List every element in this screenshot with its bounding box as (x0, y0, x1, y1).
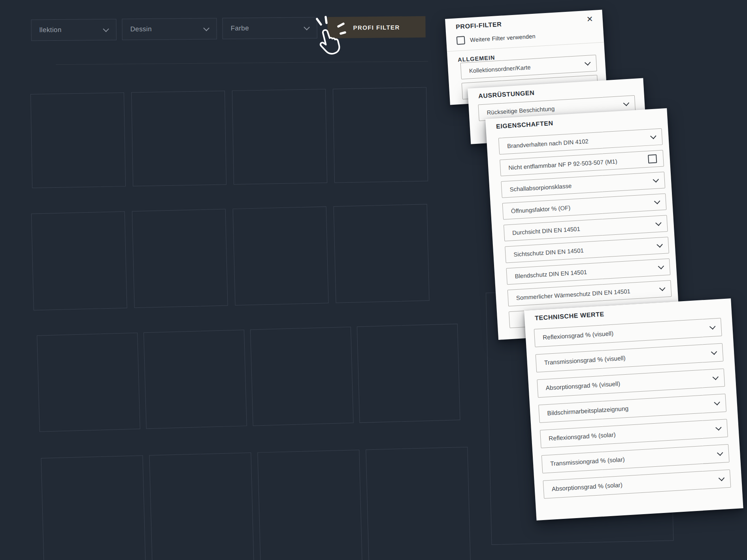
dropdown-label: Transmissionsgrad % (visuell) (544, 354, 626, 366)
chevron-down-icon (711, 349, 717, 355)
product-tile[interactable] (31, 211, 127, 311)
chevron-down-icon (714, 399, 720, 405)
chevron-down-icon (655, 220, 662, 226)
profi-filter-button-label: PROFI FILTER (353, 24, 400, 31)
chevron-down-icon (623, 100, 630, 106)
product-grid-row (30, 87, 435, 188)
product-tile[interactable] (132, 209, 228, 308)
filter-bar: llektion Dessin Farbe PROFI FILTER (31, 16, 425, 41)
dropdown-oeffnungsfaktor[interactable]: Öffnungsfaktor % (OF) (502, 193, 667, 219)
chevron-down-icon (203, 25, 209, 31)
product-tile[interactable] (131, 91, 226, 186)
product-tile[interactable] (357, 324, 460, 423)
chevron-down-icon (656, 241, 663, 248)
chevron-down-icon (658, 263, 664, 270)
divider (56, 61, 428, 65)
filter-dropdown-kollektion[interactable]: llektion (31, 19, 116, 41)
chevron-down-icon (654, 198, 660, 204)
chevron-down-icon (659, 285, 666, 291)
chevron-down-icon (653, 176, 659, 183)
panel-title: EIGENSCHAFTEN (496, 120, 554, 130)
filter-dropdown-dessin[interactable]: Dessin (122, 18, 217, 40)
dropdown-sommerlicher-waermeschutz[interactable]: Sommerlicher Wärmeschutz DIN EN 14501 (507, 280, 672, 306)
checkbox-nicht-entflammbar[interactable]: Nicht entflammbar NF P 92-503-507 (M1) (500, 150, 664, 176)
product-grid-row (41, 447, 477, 560)
product-tile[interactable] (41, 455, 146, 560)
dropdown-schallabsorpionsklasse[interactable]: Schallabsorpionsklasse (501, 172, 665, 198)
dropdown-label: Rückseitige Beschichtung (487, 105, 555, 116)
dropdown-label: Öffnungsfaktor % (OF) (511, 204, 570, 214)
panel-title: AUSRÜSTUNGEN (478, 89, 535, 100)
dropdown-reflexionsgrad-visuell[interactable]: Reflexionsgrad % (visuell) (534, 318, 722, 347)
chevron-down-icon (585, 60, 591, 66)
close-icon[interactable]: ✕ (585, 15, 594, 23)
dropdown-label: Blendschutz DIN EN 14501 (515, 268, 587, 279)
dropdown-durchsicht[interactable]: Durchsicht DIN EN 14501 (504, 215, 668, 241)
filter-dropdown-label: llektion (40, 26, 62, 34)
dropdown-reflexionsgrad-solar[interactable]: Reflexionsgrad % (solar) (540, 419, 728, 448)
filter-dropdown-label: Dessin (130, 25, 152, 33)
dropdown-absorptionsgrad-visuell[interactable]: Absorptionsgrad % (visuell) (537, 368, 725, 398)
product-tile[interactable] (232, 89, 327, 185)
hand-cursor-icon (317, 28, 341, 56)
product-tile[interactable] (366, 447, 471, 560)
product-tile[interactable] (37, 333, 140, 432)
hand-cursor-with-burst (304, 13, 356, 65)
dropdown-label: Schallabsorpionsklasse (509, 182, 572, 192)
product-tile[interactable] (257, 450, 362, 560)
dropdown-label: Reflexionsgrad % (solar) (549, 431, 616, 442)
technische-werte-panel: TECHNISCHE WERTE Reflexionsgrad % (visue… (524, 298, 743, 520)
product-tile[interactable] (233, 206, 329, 305)
checkbox-icon (648, 154, 657, 163)
checkbox-label: Weitere Filter verwenden (470, 33, 536, 43)
chevron-down-icon (717, 450, 723, 456)
dropdown-bildschirmarbeitsplatzeignung[interactable]: Bildschirmarbeitsplatzeignung (538, 394, 726, 423)
chevron-down-icon (650, 133, 656, 140)
panel-title: TECHNISCHE WERTE (535, 311, 605, 322)
product-grid-row (37, 324, 466, 432)
dropdown-label: Kollektionsordner/Karte (469, 64, 531, 74)
dropdown-label: Durchsicht DIN EN 14501 (512, 225, 580, 236)
dropdown-label: Bildschirmarbeitsplatzeignung (547, 405, 629, 417)
page: llektion Dessin Farbe PROFI FILTER (0, 0, 747, 560)
panel-title: PROFI-FILTER (456, 21, 502, 31)
click-burst-icon (317, 17, 345, 34)
dropdown-transmissionsgrad-visuell[interactable]: Transmissionsgrad % (visuell) (536, 343, 724, 372)
dropdown-sichtschutz[interactable]: Sichtschutz DIN EN 14501 (505, 237, 669, 263)
chevron-down-icon (715, 424, 722, 431)
dropdown-label: Reflexionsgrad % (visuell) (543, 330, 614, 341)
weitere-filter-checkbox[interactable]: Weitere Filter verwenden (456, 28, 595, 45)
product-tile[interactable] (143, 330, 247, 429)
dropdown-label: Brandverhalten nach DIN 4102 (507, 138, 589, 149)
product-tile[interactable] (334, 204, 430, 303)
product-tile[interactable] (30, 92, 126, 188)
dropdown-brandverhalten[interactable]: Brandverhalten nach DIN 4102 (498, 128, 663, 155)
dropdown-label: Transmissiongrad % (solar) (550, 456, 625, 468)
checkbox-label: Nicht entflammbar NF P 92-503-507 (M1) (508, 158, 617, 171)
checkbox-icon (456, 36, 465, 45)
dropdown-blendschutz[interactable]: Blendschutz DIN EN 14501 (506, 258, 670, 285)
dropdown-label: Sommerlicher Wärmeschutz DIN EN 14501 (516, 288, 630, 301)
chevron-down-icon (713, 374, 719, 380)
dropdown-label: Absorptionsgrad % (visuell) (545, 380, 620, 392)
product-grid-row (31, 204, 437, 311)
dropdown-absorptionsgrad-solar[interactable]: Absorptionsgrad % (solar) (543, 469, 731, 499)
product-tile[interactable] (149, 453, 254, 560)
dropdown-label: Absorptionsgrad % (solar) (551, 481, 622, 493)
filter-dropdown-farbe[interactable]: Farbe (222, 17, 317, 39)
dropdown-transmissiongrad-solar[interactable]: Transmissiongrad % (solar) (541, 444, 730, 473)
filter-dropdown-label: Farbe (231, 25, 249, 32)
dropdown-label: Sichtschutz DIN EN 14501 (513, 247, 584, 258)
chevron-down-icon (709, 324, 716, 330)
chevron-down-icon (103, 26, 109, 32)
chevron-down-icon (719, 475, 725, 481)
product-tile[interactable] (333, 87, 428, 183)
product-tile[interactable] (250, 327, 354, 426)
